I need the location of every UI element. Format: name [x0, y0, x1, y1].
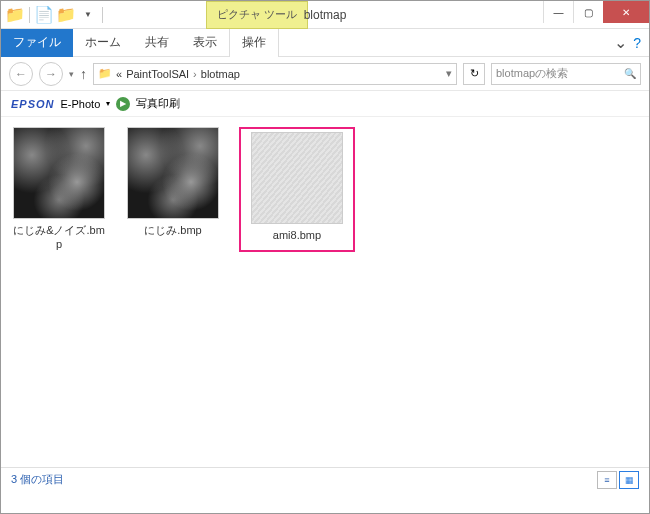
details-view-button[interactable]: ≡: [597, 471, 617, 489]
history-dropdown[interactable]: ▾: [69, 69, 74, 79]
file-item[interactable]: にじみ&ノイズ.bmp: [11, 127, 107, 252]
tab-manage[interactable]: 操作: [229, 28, 279, 57]
forward-button[interactable]: →: [39, 62, 63, 86]
window-title: blotmap: [304, 8, 347, 22]
folder-icon: 📁: [98, 67, 112, 80]
file-label: にじみ&ノイズ.bmp: [11, 223, 107, 252]
close-button[interactable]: ✕: [603, 1, 649, 23]
breadcrumb-crumb[interactable]: PaintToolSAI: [126, 68, 189, 80]
folder-small-icon[interactable]: 📁: [56, 5, 76, 25]
separator: [102, 7, 103, 23]
refresh-button[interactable]: ↻: [463, 63, 485, 85]
titlebar: 📁 📄 📁 ▼ ピクチャ ツール blotmap — ▢ ✕: [1, 1, 649, 29]
folder-icon[interactable]: 📁: [5, 5, 25, 25]
file-label: ami8.bmp: [273, 228, 321, 242]
address-dropdown[interactable]: ▾: [446, 67, 452, 80]
document-icon[interactable]: 📄: [34, 5, 54, 25]
breadcrumb-crumb[interactable]: blotmap: [201, 68, 240, 80]
ribbon-right: ⌄ ?: [614, 33, 649, 52]
tab-view[interactable]: 表示: [181, 28, 229, 57]
thumbnail: [251, 132, 343, 224]
thumbnail: [127, 127, 219, 219]
quick-access-toolbar: 📁 📄 📁 ▼: [1, 1, 109, 28]
search-placeholder: blotmapの検索: [496, 66, 568, 81]
minimize-button[interactable]: —: [543, 1, 573, 23]
help-icon[interactable]: ?: [633, 35, 641, 51]
icons-view-button[interactable]: ▦: [619, 471, 639, 489]
nav-bar: ← → ▾ ↑ 📁 « PaintToolSAI › blotmap ▾ ↻ b…: [1, 57, 649, 91]
up-button[interactable]: ↑: [80, 66, 87, 82]
epson-toolbar: EPSON E-Photo ▾ ▶ 写真印刷: [1, 91, 649, 117]
thumbnail: [13, 127, 105, 219]
file-item[interactable]: にじみ.bmp: [125, 127, 221, 237]
tab-file[interactable]: ファイル: [1, 28, 73, 57]
ephoto-dropdown[interactable]: ▾: [106, 99, 110, 108]
item-count: 3 個の項目: [11, 472, 64, 487]
ephoto-button[interactable]: E-Photo: [61, 98, 101, 110]
ribbon-minimize-icon[interactable]: ⌄: [614, 33, 627, 52]
statusbar: 3 個の項目 ≡ ▦: [1, 467, 649, 491]
ribbon-tabs: ファイル ホーム 共有 表示 操作 ⌄ ?: [1, 29, 649, 57]
file-list[interactable]: にじみ&ノイズ.bmp にじみ.bmp ami8.bmp: [1, 117, 649, 467]
window-controls: — ▢ ✕: [543, 1, 649, 28]
view-switcher: ≡ ▦: [597, 471, 639, 489]
tab-home[interactable]: ホーム: [73, 28, 133, 57]
print-photo-button[interactable]: 写真印刷: [136, 96, 180, 111]
highlighted-box: ami8.bmp: [239, 127, 355, 252]
maximize-button[interactable]: ▢: [573, 1, 603, 23]
properties-dropdown[interactable]: ▼: [78, 5, 98, 25]
tab-share[interactable]: 共有: [133, 28, 181, 57]
separator: [29, 7, 30, 23]
context-tool-tab: ピクチャ ツール: [206, 1, 308, 29]
file-label: にじみ.bmp: [144, 223, 201, 237]
overflow-chevron[interactable]: «: [116, 68, 122, 80]
chevron-right-icon: ›: [193, 68, 197, 80]
search-icon[interactable]: 🔍: [624, 68, 636, 79]
back-button[interactable]: ←: [9, 62, 33, 86]
epson-logo: EPSON: [11, 98, 55, 110]
address-bar[interactable]: 📁 « PaintToolSAI › blotmap ▾: [93, 63, 457, 85]
print-icon: ▶: [116, 97, 130, 111]
file-item[interactable]: ami8.bmp: [249, 132, 345, 242]
search-box[interactable]: blotmapの検索 🔍: [491, 63, 641, 85]
